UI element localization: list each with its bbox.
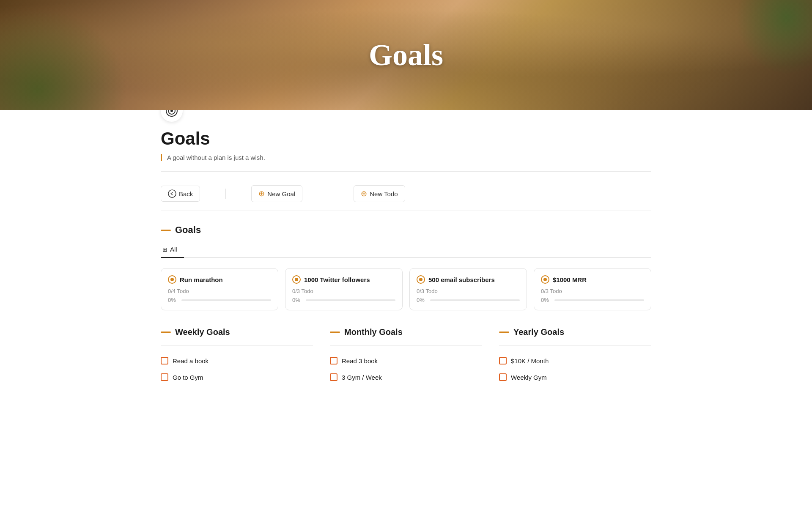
goal-card-3-header: 500 email subscribers (417, 275, 520, 284)
back-icon (168, 189, 176, 198)
yearly-goals-section: Yearly Goals $10K / Month Weekly Gym (499, 327, 651, 385)
goal-card-2-bar-bg (306, 299, 395, 301)
monthly-goal-2-text: 3 Gym / Week (342, 374, 382, 381)
weekly-goal-item-2: Go to Gym (161, 369, 313, 385)
new-goal-button[interactable]: ⊕ New Goal (251, 185, 302, 202)
goal-card-1-pct: 0% (168, 297, 178, 303)
svg-point-6 (168, 190, 176, 197)
hero-banner: Goals (0, 0, 812, 110)
goal-card-4-header: $1000 MRR (541, 275, 644, 284)
goal-card-4-pct: 0% (541, 297, 551, 303)
goal-card-2-title: 1000 Twitter followers (304, 276, 370, 283)
goal-card-3-pct: 0% (417, 297, 427, 303)
toolbar-divider-1 (225, 189, 226, 199)
divider-top (161, 171, 651, 172)
page-title: Goals (161, 129, 651, 149)
weekly-dash (161, 332, 171, 333)
yearly-goal-2-checkbox[interactable] (499, 373, 507, 381)
goal-card-3-progress: 0% (417, 297, 520, 303)
new-goal-label: New Goal (267, 190, 295, 197)
hero-decoration-left (0, 8, 127, 110)
new-goal-icon: ⊕ (258, 189, 265, 198)
tab-all[interactable]: ⊞ All (161, 242, 184, 258)
yearly-divider (499, 345, 651, 346)
yearly-goal-1-text: $10K / Month (511, 357, 549, 364)
goal-card-2-pct: 0% (292, 297, 302, 303)
goal-card-1-icon (168, 275, 176, 284)
hero-title: Goals (369, 38, 443, 73)
weekly-goal-2-checkbox[interactable] (161, 373, 168, 381)
goal-card-2-icon (292, 275, 301, 284)
goal-card-1[interactable]: Run marathon 0/4 Todo 0% (161, 268, 278, 310)
goal-card-4-icon (541, 275, 549, 284)
monthly-divider (330, 345, 482, 346)
goal-cards-grid: Run marathon 0/4 Todo 0% 1000 Twitter fo… (161, 268, 651, 310)
bottom-sections: Weekly Goals Read a book Go to Gym Month… (161, 327, 651, 385)
monthly-goal-item-1: Read 3 book (330, 353, 482, 369)
goal-card-1-bar-bg (181, 299, 271, 301)
monthly-goal-item-2: 3 Gym / Week (330, 369, 482, 385)
monthly-goal-1-text: Read 3 book (342, 357, 378, 364)
yearly-goal-2-text: Weekly Gym (511, 374, 547, 381)
goal-card-1-title: Run marathon (180, 276, 223, 283)
goal-card-4[interactable]: $1000 MRR 0/3 Todo 0% (534, 268, 651, 310)
tabs-row: ⊞ All (161, 242, 651, 258)
yearly-goal-item-2: Weekly Gym (499, 369, 651, 385)
weekly-goal-item-1: Read a book (161, 353, 313, 369)
goal-card-4-title: $1000 MRR (553, 276, 587, 283)
tab-all-label: All (170, 246, 177, 253)
yearly-goals-title: Yearly Goals (499, 327, 651, 337)
goal-card-1-todo: 0/4 Todo (168, 288, 271, 294)
goals-section-label: Goals (175, 225, 201, 236)
yearly-dash (499, 332, 509, 333)
goals-section-header: Goals (161, 225, 651, 236)
goal-card-3[interactable]: 500 email subscribers 0/3 Todo 0% (409, 268, 527, 310)
toolbar: Back ⊕ New Goal ⊕ New Todo (161, 180, 651, 207)
goal-card-3-todo: 0/3 Todo (417, 288, 520, 294)
yearly-goal-item-1: $10K / Month (499, 353, 651, 369)
monthly-goals-section: Monthly Goals Read 3 book 3 Gym / Week (330, 327, 482, 385)
goal-card-1-progress: 0% (168, 297, 271, 303)
weekly-divider (161, 345, 313, 346)
monthly-dash (330, 332, 340, 333)
back-button[interactable]: Back (161, 186, 200, 202)
section-dash (161, 230, 171, 231)
goal-card-4-progress: 0% (541, 297, 644, 303)
weekly-goal-1-checkbox[interactable] (161, 357, 168, 364)
goal-card-4-bar-bg (554, 299, 644, 301)
yearly-goal-1-checkbox[interactable] (499, 357, 507, 364)
hero-decoration-right (727, 0, 812, 85)
monthly-goals-title: Monthly Goals (330, 327, 482, 337)
weekly-goal-2-text: Go to Gym (173, 374, 203, 381)
goal-card-2-header: 1000 Twitter followers (292, 275, 395, 284)
toolbar-divider-2 (328, 189, 328, 199)
goal-card-3-title: 500 email subscribers (428, 276, 495, 283)
page-quote: A goal without a plan is just a wish. (161, 154, 651, 161)
goal-card-2-progress: 0% (292, 297, 395, 303)
goal-card-2-todo: 0/3 Todo (292, 288, 395, 294)
tab-all-icon: ⊞ (162, 246, 167, 253)
new-todo-label: New Todo (370, 190, 398, 197)
monthly-goal-1-checkbox[interactable] (330, 357, 337, 364)
weekly-goal-1-text: Read a book (173, 357, 208, 364)
goal-card-3-icon (417, 275, 425, 284)
weekly-goals-title: Weekly Goals (161, 327, 313, 337)
monthly-goal-2-checkbox[interactable] (330, 373, 337, 381)
new-todo-button[interactable]: ⊕ New Todo (354, 185, 405, 202)
goal-card-4-todo: 0/3 Todo (541, 288, 644, 294)
goal-card-1-header: Run marathon (168, 275, 271, 284)
goal-card-2[interactable]: 1000 Twitter followers 0/3 Todo 0% (285, 268, 403, 310)
goal-card-3-bar-bg (430, 299, 520, 301)
back-label: Back (179, 190, 193, 197)
divider-toolbar (161, 211, 651, 211)
new-todo-icon: ⊕ (361, 189, 367, 198)
weekly-goals-section: Weekly Goals Read a book Go to Gym (161, 327, 313, 385)
